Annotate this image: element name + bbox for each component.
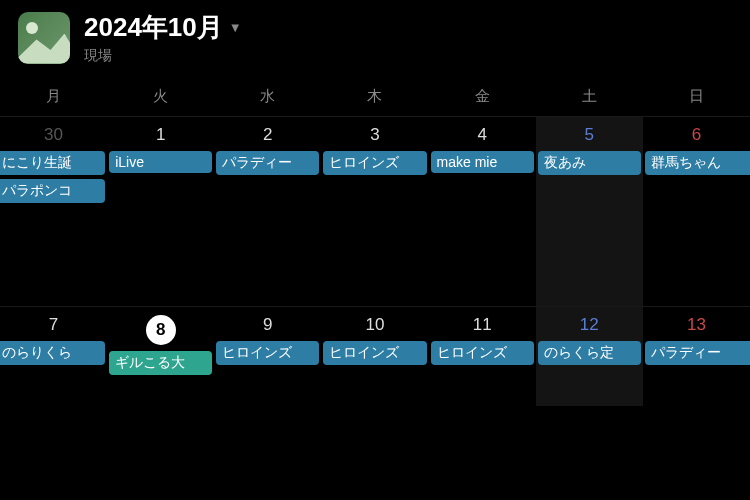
calendar-event[interactable]: ギルこる大: [109, 351, 212, 375]
day-cell[interactable]: 12のらくら定: [536, 306, 643, 406]
weekday-label: 土: [536, 87, 643, 106]
calendar-name: 現場: [84, 47, 242, 65]
weekday-row: 月 火 水 木 金 土 日: [0, 79, 750, 116]
day-cell[interactable]: 30にこり生誕パラポンコ: [0, 116, 107, 306]
calendar-event[interactable]: にこり生誕: [0, 151, 105, 175]
month-title: 2024年10月: [84, 10, 223, 45]
day-number: 7: [0, 315, 107, 335]
day-number: 12: [536, 315, 643, 335]
day-cell[interactable]: 7のらりくら: [0, 306, 107, 406]
calendar-event[interactable]: ヒロインズ: [323, 151, 426, 175]
day-number: 3: [321, 125, 428, 145]
calendar-event[interactable]: ヒロインズ: [431, 341, 534, 365]
weekday-label: 金: [429, 87, 536, 106]
weekday-label: 木: [321, 87, 428, 106]
day-cell[interactable]: 6群馬ちゃん: [643, 116, 750, 306]
calendar-header: 2024年10月 ▼ 現場: [0, 0, 750, 79]
day-cell[interactable]: 9ヒロインズ: [214, 306, 321, 406]
weekday-label: 水: [214, 87, 321, 106]
calendar-event[interactable]: iLive: [109, 151, 212, 173]
calendar-event[interactable]: パラディー: [645, 341, 750, 365]
calendar-event[interactable]: のらくら定: [538, 341, 641, 365]
day-number: 9: [214, 315, 321, 335]
day-number: 30: [0, 125, 107, 145]
day-number: 11: [429, 315, 536, 335]
calendar-event[interactable]: パラポンコ: [0, 179, 105, 203]
day-number: 1: [107, 125, 214, 145]
day-number: 2: [214, 125, 321, 145]
calendar-photo-icon: [18, 12, 70, 64]
day-number: 4: [429, 125, 536, 145]
day-cell[interactable]: 8ギルこる大: [107, 306, 214, 406]
day-cell[interactable]: 1iLive: [107, 116, 214, 306]
day-cell[interactable]: 4make mie: [429, 116, 536, 306]
calendar-event[interactable]: ヒロインズ: [216, 341, 319, 365]
calendar-event[interactable]: 群馬ちゃん: [645, 151, 750, 175]
weekday-label: 月: [0, 87, 107, 106]
day-number: 6: [643, 125, 750, 145]
calendar-event[interactable]: 夜あみ: [538, 151, 641, 175]
day-cell[interactable]: 2パラディー: [214, 116, 321, 306]
day-number: 10: [321, 315, 428, 335]
weekday-label: 火: [107, 87, 214, 106]
day-number: 5: [536, 125, 643, 145]
calendar-grid: 30にこり生誕パラポンコ1iLive2パラディー3ヒロインズ4make mie5…: [0, 116, 750, 406]
day-cell[interactable]: 10ヒロインズ: [321, 306, 428, 406]
calendar-event[interactable]: make mie: [431, 151, 534, 173]
day-number: 13: [643, 315, 750, 335]
day-cell[interactable]: 13パラディー: [643, 306, 750, 406]
day-cell[interactable]: 5夜あみ: [536, 116, 643, 306]
calendar-event[interactable]: ヒロインズ: [323, 341, 426, 365]
chevron-down-icon: ▼: [229, 20, 242, 35]
day-cell[interactable]: 11ヒロインズ: [429, 306, 536, 406]
weekday-label: 日: [643, 87, 750, 106]
calendar-event[interactable]: パラディー: [216, 151, 319, 175]
day-number: 8: [107, 315, 214, 345]
calendar-event[interactable]: のらりくら: [0, 341, 105, 365]
day-cell[interactable]: 3ヒロインズ: [321, 116, 428, 306]
month-selector[interactable]: 2024年10月 ▼: [84, 10, 242, 45]
